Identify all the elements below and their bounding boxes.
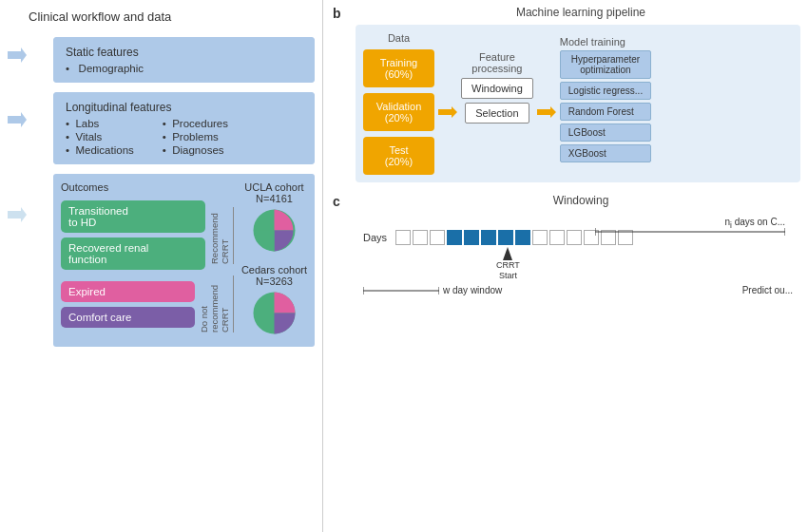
- item-problems: • Problems: [163, 131, 228, 142]
- crrt-arrow: CRRTStart: [496, 247, 520, 281]
- pipeline-arrow-2: [537, 105, 556, 122]
- cedars-cohort-title: Cedars cohortN=3263: [241, 264, 307, 287]
- left-panel: Clinical workflow and data Static featur…: [0, 0, 323, 532]
- day-cell-3: [430, 230, 445, 245]
- badge-recovered: Recovered renalfunction: [61, 238, 205, 270]
- w-window-label: w day window: [443, 285, 502, 295]
- data-col-header: Data: [388, 32, 410, 44]
- model-xgboost: XGBoost: [560, 144, 651, 162]
- item-medications: • Medications: [66, 144, 134, 156]
- day-cell-8: [515, 230, 530, 245]
- badge-comfort: Comfort care: [61, 307, 195, 328]
- static-features-title: Static features: [66, 46, 302, 59]
- model-logistic: Logistic regress...: [560, 82, 651, 100]
- outcomes-box: Outcomes Transitionedto HD Recovered ren…: [53, 174, 315, 347]
- ucla-pie-chart: [248, 204, 300, 256]
- model-training-header: Model training: [560, 36, 651, 48]
- outcomes-right: UCLA cohortN=4161 Cedars cohortN=3263: [241, 181, 307, 339]
- svg-marker-1: [8, 112, 27, 127]
- feature-processing-column: Featureprocessing Windowing Selection: [461, 32, 533, 124]
- training-box: Training(60%): [363, 49, 434, 87]
- static-features-box: Static features • Demographic: [53, 37, 315, 83]
- svg-marker-0: [8, 48, 27, 63]
- item-labs: • Labs: [66, 118, 134, 129]
- w-bracket-icon: [363, 285, 439, 296]
- outcomes-left: Outcomes Transitionedto HD Recovered ren…: [61, 181, 234, 339]
- test-box: Test(20%): [363, 137, 434, 175]
- section-c-label: c: [333, 194, 340, 209]
- yellow-arrow-2-icon: [537, 105, 556, 119]
- windowing-box: Windowing: [461, 78, 533, 99]
- longitudinal-left-col: • Labs • Vitals • Medications: [66, 118, 134, 156]
- selection-box: Selection: [465, 103, 529, 124]
- crrt-arrow-group: CRRTStart: [496, 247, 793, 281]
- section-b: b Machine learning pipeline Data Trainin…: [331, 6, 800, 182]
- validation-box: Validation(20%): [363, 93, 434, 131]
- arrow-3-icon: [8, 205, 27, 224]
- crrt-start-label: CRRTStart: [496, 260, 520, 281]
- page: Clinical workflow and data Static featur…: [0, 0, 808, 532]
- badge-expired: Expired: [61, 281, 195, 302]
- ml-pipeline-title: Machine learning pipeline: [361, 6, 800, 19]
- day-cell-9: [532, 230, 548, 245]
- longitudinal-right-col: • Procedures • Problems • Diagnoses: [163, 118, 228, 156]
- arrow-1-icon: [8, 46, 27, 65]
- item-procedures: • Procedures: [163, 118, 228, 129]
- day-cell-4: [447, 230, 462, 245]
- svg-marker-10: [503, 247, 512, 260]
- cedars-pie-chart: [248, 287, 300, 339]
- days-label: Days: [363, 232, 394, 243]
- longitudinal-features-title: Longitudinal features: [66, 101, 302, 114]
- recommend-crrt-label: Recommend CRRT: [209, 207, 234, 264]
- svg-marker-5: [438, 106, 457, 118]
- svg-marker-6: [537, 106, 556, 118]
- right-panel: b Machine learning pipeline Data Trainin…: [323, 0, 808, 532]
- predict-label: Predict ou...: [742, 285, 793, 295]
- day-cell-6: [481, 230, 496, 245]
- item-diagnoses: • Diagnoses: [163, 144, 228, 156]
- cedars-cohort-block: Cedars cohortN=3263: [241, 264, 307, 339]
- data-column: Data Training(60%) Validation(20%) Test(…: [363, 32, 434, 175]
- w-window-group: w day window: [363, 285, 502, 296]
- outcomes-title: Outcomes: [61, 181, 234, 193]
- day-cell-5: [464, 230, 479, 245]
- day-cell-11: [567, 230, 582, 245]
- arrow-2-icon: [8, 110, 27, 129]
- windowing-title: Windowing: [361, 194, 800, 207]
- pipeline-arrow-1: [438, 105, 457, 122]
- longitudinal-features-box: Longitudinal features • Labs • Vitals • …: [53, 92, 315, 164]
- badge-transitioned: Transitionedto HD: [61, 200, 205, 233]
- ucla-n: N=4161: [256, 193, 293, 204]
- left-panel-title: Clinical workflow and data: [29, 10, 315, 24]
- svg-marker-2: [8, 207, 27, 222]
- section-b-label: b: [333, 6, 341, 21]
- ni-bracket-icon: [595, 226, 785, 238]
- ucla-cohort-title: UCLA cohortN=4161: [244, 181, 303, 204]
- longitudinal-content: • Labs • Vitals • Medications • Procedur…: [66, 118, 302, 156]
- cedars-n: N=3263: [256, 276, 293, 287]
- do-not-recommend-label: Do not recommend CRRT: [199, 276, 234, 332]
- static-demographic: • Demographic: [66, 63, 302, 74]
- crrt-up-arrow-icon: [503, 247, 512, 260]
- windowing-diagram: ni days on C... Days: [356, 213, 800, 300]
- day-cell-1: [395, 230, 411, 245]
- item-vitals: • Vitals: [66, 131, 134, 142]
- hyperopt-box: Hyperparameteroptimization: [560, 50, 651, 79]
- day-cell-7: [498, 230, 513, 245]
- yellow-arrow-1-icon: [438, 105, 457, 119]
- day-cell-2: [413, 230, 428, 245]
- bottom-labels: w day window Predict ou...: [363, 285, 793, 296]
- ucla-cohort-block: UCLA cohortN=4161: [244, 181, 303, 256]
- section-c: c Windowing ni days on C... Days: [331, 194, 800, 300]
- model-lgboost: LGBoost: [560, 124, 651, 142]
- feature-processing-header: Featureprocessing: [471, 51, 522, 74]
- day-cell-10: [549, 230, 565, 245]
- model-rf: Random Forest: [560, 103, 651, 121]
- model-training-column: Model training Hyperparameteroptimizatio…: [560, 32, 651, 162]
